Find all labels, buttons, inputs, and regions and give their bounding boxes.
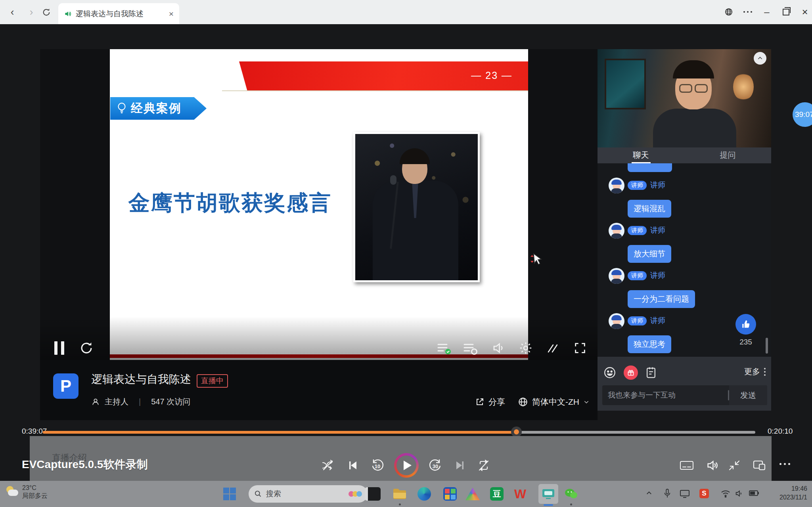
share-button[interactable]: 分享	[475, 396, 505, 408]
taskbar-app-photos[interactable]	[365, 486, 381, 502]
role-badge: 讲师	[628, 271, 647, 280]
tray-battery-icon[interactable]	[749, 490, 760, 497]
fullscreen-icon[interactable]	[573, 341, 587, 355]
sender-name: 讲师	[650, 225, 665, 235]
role-badge: 讲师	[628, 226, 647, 235]
chat-message-list[interactable]: 讲师讲师 逻辑混乱 讲师讲师 放大细节 讲师讲师 一分为二看问题 讲师讲师 独立…	[598, 163, 771, 357]
slide-divider-line	[222, 90, 528, 91]
video-player[interactable]: — 23 — 经典案例 金鹰节胡歌获奖感言	[40, 49, 598, 360]
sender-name: 讲师	[650, 180, 665, 190]
forward-icon[interactable]: ›	[25, 6, 38, 19]
player-bottom-gradient	[40, 316, 598, 360]
previous-track-icon[interactable]	[347, 459, 359, 472]
tab-close-icon[interactable]: ×	[169, 9, 174, 19]
taskbar-app-prism[interactable]	[465, 486, 481, 502]
shrink-window-icon[interactable]	[727, 459, 741, 472]
mouse-cursor	[527, 251, 545, 269]
stream-info-bar: P 逻辑表达与自我陈述 直播中 主持人 | 547 次访问 分享 简体中文-ZH	[40, 360, 598, 420]
back-icon[interactable]: ‹	[6, 6, 19, 19]
taskbar-app-edge[interactable]	[416, 486, 432, 502]
taskbar-app-wechat[interactable]	[563, 486, 579, 502]
tab-chat[interactable]: 聊天	[598, 147, 684, 163]
tray-chevron-icon[interactable]	[645, 490, 653, 497]
tray-mic-icon[interactable]	[663, 488, 672, 499]
taskbar-app-explorer[interactable]	[392, 486, 408, 502]
tab-questions[interactable]: 提问	[684, 147, 771, 163]
lightbulb-icon	[117, 102, 127, 115]
slide-page-number: — 23 —	[471, 70, 512, 81]
taskbar-weather[interactable]: 23°C 局部多云	[6, 484, 48, 500]
send-button[interactable]: 发送	[729, 385, 767, 405]
seek-progress	[43, 431, 513, 434]
refresh-icon[interactable]	[40, 6, 53, 19]
pause-icon[interactable]	[54, 341, 64, 355]
tray-volume-icon[interactable]	[734, 489, 744, 498]
gift-icon[interactable]	[624, 365, 638, 380]
play-button[interactable]	[394, 453, 419, 478]
tray-wifi-icon[interactable]	[721, 490, 730, 497]
share-icon	[475, 397, 485, 407]
seek-handle[interactable]	[511, 427, 522, 437]
playlist-selected-icon[interactable]	[437, 342, 452, 355]
browser-tab[interactable]: 逻辑表达与自我陈述 ×	[58, 3, 179, 24]
globe-icon	[518, 397, 528, 407]
language-selector[interactable]: 简体中文-ZH	[518, 396, 590, 408]
active-app-indicator	[544, 504, 553, 506]
subtitle-keyboard-icon[interactable]	[679, 459, 695, 472]
more-label[interactable]: 更多	[744, 366, 760, 377]
taskbar-app-douban[interactable]: 豆	[489, 486, 505, 502]
forward-30-icon[interactable]: 30	[428, 458, 442, 473]
start-button[interactable]	[223, 488, 236, 500]
restore-icon[interactable]	[778, 4, 794, 20]
volume-icon[interactable]	[491, 341, 506, 355]
more-options-icon[interactable]	[764, 368, 766, 376]
shuffle-off-icon[interactable]	[320, 459, 335, 472]
picture-in-picture-icon[interactable]	[752, 459, 767, 472]
chat-bubble: 逻辑混乱	[628, 200, 671, 218]
tab-title: 逻辑表达与自我陈述	[76, 9, 165, 19]
chevron-up-icon	[757, 55, 763, 61]
taskbar-app-wps[interactable]: W	[512, 486, 528, 502]
thumbs-up-icon	[741, 319, 751, 329]
interaction-sidebar: 聊天 提问 讲师讲师 逻辑混乱 讲师讲师 放大细节 讲师讲师 一分为二看问题	[598, 49, 771, 411]
tray-sogou-icon[interactable]: S	[699, 489, 709, 498]
tray-display-icon[interactable]	[680, 489, 690, 499]
line-switch-icon[interactable]	[545, 342, 560, 355]
settings-gear-icon[interactable]	[518, 341, 533, 355]
tab-audio-icon[interactable]	[64, 10, 72, 18]
slide-title: 金鹰节胡歌获奖感言	[128, 189, 332, 218]
running-indicator	[399, 503, 401, 505]
browser-network-icon[interactable]	[721, 4, 737, 20]
next-track-icon[interactable]	[454, 459, 466, 472]
browser-menu-icon[interactable]	[740, 4, 756, 20]
taskbar-app-recorder-active[interactable]	[538, 484, 558, 504]
floating-timer-badge[interactable]: 39:07	[793, 102, 812, 127]
seek-bar[interactable]	[43, 431, 755, 434]
weather-desc: 局部多云	[22, 492, 48, 499]
weather-temp: 23°C	[22, 484, 36, 491]
avatar	[609, 223, 624, 239]
more-controls-icon[interactable]	[779, 463, 790, 465]
chat-scrollbar[interactable]	[766, 338, 768, 354]
close-icon[interactable]: ×	[797, 4, 812, 20]
taskbar-clock[interactable]: 19:46 2023/11/1	[779, 484, 807, 502]
repeat-off-icon[interactable]	[477, 459, 491, 472]
sender-name: 讲师	[650, 316, 665, 326]
playlist-settings-icon[interactable]	[463, 342, 479, 355]
minimize-icon[interactable]: –	[759, 4, 775, 20]
taskbar-app-store[interactable]	[442, 486, 458, 502]
collapse-sidebar-button[interactable]	[754, 52, 766, 65]
announcement-icon[interactable]	[645, 366, 657, 379]
rewind-10-icon[interactable]: 10	[370, 458, 385, 473]
windows-taskbar: 23°C 局部多云 搜索 豆 W	[0, 481, 812, 507]
chat-bubble: 独立思考	[628, 335, 671, 353]
emoji-icon[interactable]	[603, 366, 617, 379]
like-button[interactable]	[735, 314, 756, 335]
desktop-screen: ‹ › 逻辑表达与自我陈述 × – × — 23 — 经典案例	[0, 0, 812, 507]
chevron-down-icon	[583, 399, 590, 405]
taskbar-search[interactable]: 搜索	[249, 485, 368, 503]
reload-stream-icon[interactable]	[79, 341, 94, 356]
chat-input[interactable]	[602, 391, 728, 400]
volume-panel-icon[interactable]	[705, 459, 720, 472]
slide-case-badge: 经典案例	[110, 97, 207, 120]
